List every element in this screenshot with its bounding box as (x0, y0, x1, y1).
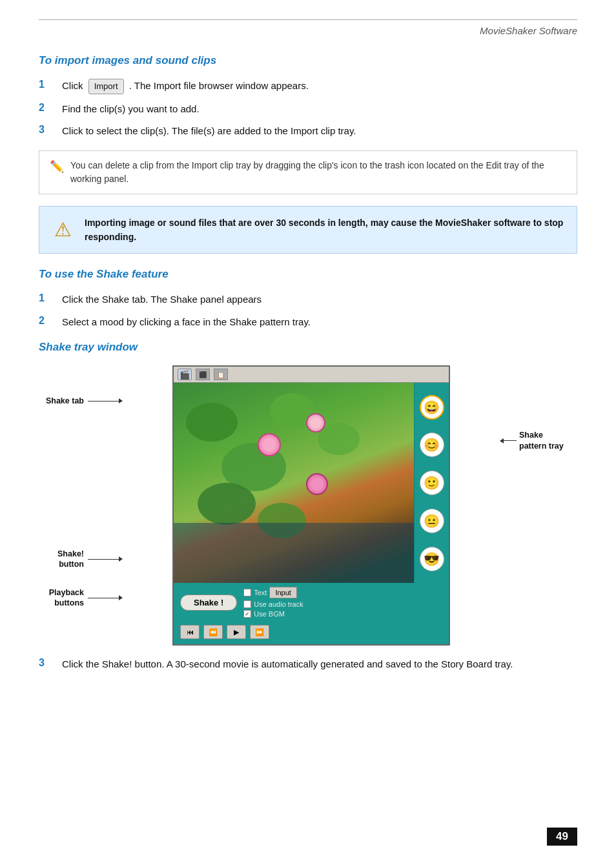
final-step-3: 3 Click the Shake! button. A 30-second m… (39, 657, 577, 672)
label-shake-pattern-tray: Shake pattern tray (519, 430, 564, 451)
shake-bottom-bar: Shake ! Text Input Use audio track ✓ (174, 583, 449, 622)
toolbar-icon-3[interactable]: 📋 (214, 369, 228, 380)
header-brand: MovieShaker Software (480, 25, 577, 36)
audio-track-checkbox[interactable] (243, 600, 251, 608)
label-shake-button: Shake! button (39, 549, 84, 570)
warning-text: Importing image or sound files that are … (85, 216, 565, 245)
shake-pattern-tray: 😄 😊 🙂 😐 😎 (414, 383, 449, 583)
shake-step-2-text: Select a mood by clicking a face in the … (62, 315, 311, 330)
bgm-label: Use BGM (254, 610, 285, 618)
warning-box: ⚠ Importing image or sound files that ar… (39, 206, 577, 254)
shake-main-content: 😄 😊 🙂 😐 😎 (174, 383, 449, 583)
shake-option-text-row: Text Input (243, 587, 303, 598)
video-thumbnail (174, 383, 414, 583)
label-playback-buttons: Playback buttons (39, 587, 84, 609)
warning-icon: ⚠ (51, 218, 74, 241)
face-sad[interactable]: 😐 (420, 509, 444, 533)
text-option-label: Text (254, 589, 267, 596)
diagram-title: Shake tray window (39, 341, 577, 354)
shake-option-bgm-row: ✓ Use BGM (243, 610, 303, 618)
audio-track-label: Use audio track (254, 600, 303, 608)
page-number-area: 49 (547, 828, 577, 846)
shake-step-2: 2 Select a mood by clicking a face in th… (39, 315, 577, 330)
shake-tray-window: 🎬 ⬛ 📋 (172, 365, 450, 646)
bgm-checkbox[interactable]: ✓ (243, 610, 251, 618)
shake-step-1-text: Click the Shake tab. The Shake panel app… (62, 292, 262, 307)
step-3-text: Click to select the clip(s). The file(s)… (62, 124, 356, 139)
shake-steps-list: 1 Click the Shake tab. The Shake panel a… (39, 292, 577, 329)
shake-video-preview (174, 383, 414, 583)
shake-toolbar: 🎬 ⬛ 📋 (174, 367, 449, 383)
final-step-number: 3 (39, 657, 59, 669)
playback-fast-forward[interactable]: ⏩ (250, 625, 269, 639)
step-number-3: 3 (39, 124, 59, 136)
playback-play[interactable]: ▶ (227, 625, 246, 639)
shake-button[interactable]: Shake ! (180, 595, 237, 611)
final-step-list: 3 Click the Shake! button. A 30-second m… (39, 657, 577, 672)
shake-options-panel: Text Input Use audio track ✓ Use BGM (243, 587, 303, 618)
shake-step-number-2: 2 (39, 315, 59, 327)
playback-rewind[interactable]: ⏪ (203, 625, 223, 639)
import-steps-list: 1 Click Import . The Import file browser… (39, 79, 577, 139)
shake-option-audio-row: Use audio track (243, 600, 303, 608)
label-shake-tab: Shake tab (39, 396, 84, 406)
step-2-text: Find the clip(s) you want to add. (62, 102, 200, 117)
section1-title: To import images and sound clips (39, 54, 577, 67)
import-button-label[interactable]: Import (88, 79, 124, 94)
diagram-area: Shake tab Shake! button Playback buttons (39, 365, 577, 646)
note-box: ✏️ You can delete a clip from the Import… (39, 150, 577, 194)
step-3: 3 Click to select the clip(s). The file(… (39, 124, 577, 139)
input-button[interactable]: Input (269, 587, 296, 598)
toolbar-icon-2[interactable]: ⬛ (196, 369, 210, 380)
face-neutral[interactable]: 🙂 (420, 471, 444, 495)
face-excited[interactable]: 😄 (420, 395, 444, 420)
face-happy[interactable]: 😊 (420, 432, 444, 457)
shake-step-1: 1 Click the Shake tab. The Shake panel a… (39, 292, 577, 307)
text-checkbox[interactable] (243, 589, 251, 596)
playback-bar: ⏮ ⏪ ▶ ⏩ (174, 622, 449, 644)
page-number: 49 (547, 828, 577, 846)
step-number-1: 1 (39, 79, 59, 90)
note-text: You can delete a clip from the Import cl… (70, 159, 566, 186)
final-step-text: Click the Shake! button. A 30-second mov… (62, 657, 513, 672)
shake-tab-icon[interactable]: 🎬 (178, 369, 192, 380)
section2-title: To use the Shake feature (39, 268, 577, 281)
playback-skip-back[interactable]: ⏮ (180, 625, 200, 639)
step-2: 2 Find the clip(s) you want to add. (39, 102, 577, 117)
shake-step-number-1: 1 (39, 292, 59, 304)
step-1: 1 Click Import . The Import file browser… (39, 79, 577, 94)
step-number-2: 2 (39, 102, 59, 114)
header-line: MovieShaker Software (39, 19, 577, 36)
note-icon: ✏️ (50, 159, 64, 174)
face-cool[interactable]: 😎 (420, 547, 444, 571)
step-1-text: Click Import . The Import file browser w… (62, 79, 309, 94)
